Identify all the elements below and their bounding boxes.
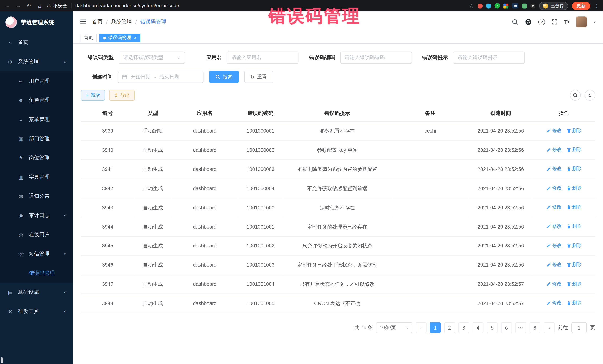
- fullscreen-icon[interactable]: [551, 19, 557, 25]
- add-button[interactable]: + 新增: [81, 90, 105, 101]
- page-size-select[interactable]: 10条/页 ∨: [376, 322, 412, 333]
- hamburger-icon[interactable]: [80, 18, 86, 25]
- delete-link[interactable]: 删除: [566, 204, 582, 211]
- delete-link[interactable]: 删除: [566, 184, 582, 192]
- extension-icon-check[interactable]: ✓: [494, 3, 500, 9]
- security-badge[interactable]: ⚠ 不安全: [47, 2, 67, 9]
- sidebar-item-role[interactable]: ☻角色管理: [0, 91, 73, 110]
- delete-link[interactable]: 删除: [566, 146, 582, 153]
- reset-button[interactable]: ↻ 重置: [244, 71, 273, 83]
- delete-link[interactable]: 删除: [566, 223, 582, 230]
- tools-icon: ⚒: [7, 309, 13, 314]
- sidebar-item-notice[interactable]: ✉通知公告: [0, 187, 73, 206]
- sidebar-item-tools[interactable]: ⚒研发工具∨: [0, 302, 73, 321]
- edit-link[interactable]: 修改: [546, 280, 562, 287]
- chevron-down-icon[interactable]: ∨: [593, 20, 596, 24]
- app-name-input[interactable]: 请输入应用名: [227, 52, 299, 64]
- sidebar-item-menu[interactable]: ≡菜单管理: [0, 110, 73, 129]
- breadcrumb-system[interactable]: 系统管理: [111, 18, 132, 25]
- paused-profile-pill[interactable]: 已暂停: [539, 2, 568, 10]
- edit-link[interactable]: 修改: [546, 261, 562, 268]
- sidebar-scrollbar[interactable]: [1, 357, 3, 364]
- delete-link[interactable]: 删除: [566, 165, 582, 173]
- page-button-2[interactable]: 2: [444, 322, 455, 333]
- delete-link[interactable]: 删除: [566, 299, 582, 307]
- extension-icon-red[interactable]: [477, 3, 483, 8]
- prev-page-button[interactable]: ‹: [416, 322, 427, 333]
- edit-link[interactable]: 修改: [546, 184, 562, 192]
- forward-icon[interactable]: →: [15, 3, 22, 9]
- tab-error-code[interactable]: 错误码管理 ×: [99, 33, 140, 42]
- delete-link[interactable]: 删除: [566, 261, 582, 268]
- page-button-3[interactable]: 3: [458, 322, 469, 333]
- extension-icon-blue[interactable]: [486, 3, 491, 8]
- home-icon[interactable]: ⌂: [36, 3, 43, 9]
- sidebar-item-dict[interactable]: ▥字典管理: [0, 167, 73, 187]
- edit-link[interactable]: 修改: [546, 127, 562, 134]
- page-button-8[interactable]: 8: [530, 322, 540, 333]
- search-button[interactable]: 搜索: [209, 71, 239, 83]
- page-button-•••[interactable]: •••: [515, 322, 526, 333]
- goto-page-input[interactable]: 1: [571, 322, 587, 333]
- sidebar-item-online-user[interactable]: ◎在线用户: [0, 225, 73, 244]
- sidebar-item-error-code[interactable]: 错误码管理: [0, 264, 73, 283]
- bookmark-star-icon[interactable]: ☆: [469, 3, 474, 9]
- delete-link[interactable]: 删除: [566, 280, 582, 287]
- reload-icon[interactable]: ↻: [25, 3, 32, 9]
- column-header: 错误码编码: [238, 105, 283, 121]
- export-button[interactable]: ↥ 导出: [109, 90, 135, 101]
- logo-row[interactable]: 芋道管理系统: [0, 11, 73, 33]
- cell-actions: 修改删除: [533, 275, 595, 294]
- edit-link[interactable]: 修改: [546, 242, 562, 249]
- sidebar-item-audit-log[interactable]: ◉审计日志∨: [0, 206, 73, 225]
- address-url[interactable]: dashboard.yudao.iocoder.cn/system/error-…: [75, 3, 179, 9]
- menu-kebab-icon[interactable]: ⋮: [594, 3, 599, 9]
- page-button-5[interactable]: 5: [487, 322, 498, 333]
- delete-link[interactable]: 删除: [566, 242, 582, 249]
- error-code-input[interactable]: 请输入错误码编码: [340, 52, 412, 64]
- delete-link[interactable]: 删除: [566, 127, 582, 134]
- sidebar-item-infra[interactable]: ▤基础设施∨: [0, 283, 73, 302]
- cell-app: dashboard: [171, 121, 238, 141]
- breadcrumb-home[interactable]: 首页: [92, 18, 103, 25]
- close-icon[interactable]: ×: [134, 35, 137, 41]
- sidebar-item-system[interactable]: ⚙系统管理∧: [0, 52, 73, 72]
- sidebar-item-sms[interactable]: ☏短信管理∨: [0, 244, 73, 264]
- edit-link[interactable]: 修改: [546, 165, 562, 173]
- toggle-search-button[interactable]: [570, 90, 581, 101]
- next-page-button[interactable]: ›: [544, 322, 555, 333]
- error-hint-input[interactable]: 请输入错误码提示: [453, 52, 525, 64]
- github-icon[interactable]: [525, 18, 532, 25]
- page-button-1[interactable]: 1: [430, 322, 441, 333]
- extension-icon-on[interactable]: on: [512, 3, 518, 9]
- help-icon[interactable]: ?: [538, 19, 545, 25]
- page-button-4[interactable]: 4: [473, 322, 483, 333]
- search-icon[interactable]: [512, 19, 518, 25]
- column-header: 创建时间: [469, 105, 533, 121]
- extension-icon-green[interactable]: [522, 3, 527, 8]
- sidebar-item-post[interactable]: ⚑岗位管理: [0, 148, 73, 167]
- edit-link[interactable]: 修改: [546, 204, 562, 211]
- date-range-picker[interactable]: 开始日期 - 结束日期: [118, 71, 203, 83]
- sidebar-item-user[interactable]: ☺用户管理: [0, 72, 73, 91]
- filter-label-hint: 错误码提示: [422, 54, 448, 61]
- sidebar-item-dept[interactable]: ▦部门管理: [0, 129, 73, 148]
- update-button[interactable]: 更新: [572, 2, 590, 10]
- page-button-6[interactable]: 6: [501, 322, 512, 333]
- back-icon[interactable]: ←: [4, 3, 11, 9]
- edit-link[interactable]: 修改: [546, 223, 562, 230]
- refresh-table-button[interactable]: ↻: [585, 90, 595, 101]
- edit-link[interactable]: 修改: [546, 146, 562, 153]
- cell-code: 1001001001: [238, 217, 283, 236]
- user-avatar[interactable]: [576, 16, 587, 27]
- tab-home[interactable]: 首页: [80, 33, 97, 42]
- cell-msg: 只允许修改为开启或者关闭状态: [283, 236, 392, 255]
- error-type-select[interactable]: 请选择错误码类型 ∨: [118, 52, 185, 64]
- extension-icon-grid[interactable]: [503, 3, 508, 8]
- extension-icon-pin[interactable]: [530, 3, 535, 8]
- sidebar-item-home[interactable]: ⌂首页: [0, 33, 73, 52]
- font-size-icon[interactable]: TT: [564, 19, 570, 25]
- edit-link[interactable]: 修改: [546, 299, 562, 307]
- sidebar-menu: ⌂首页⚙系统管理∧☺用户管理☻角色管理≡菜单管理▦部门管理⚑岗位管理▥字典管理✉…: [0, 33, 73, 321]
- chevron-down-icon: ∨: [64, 290, 66, 294]
